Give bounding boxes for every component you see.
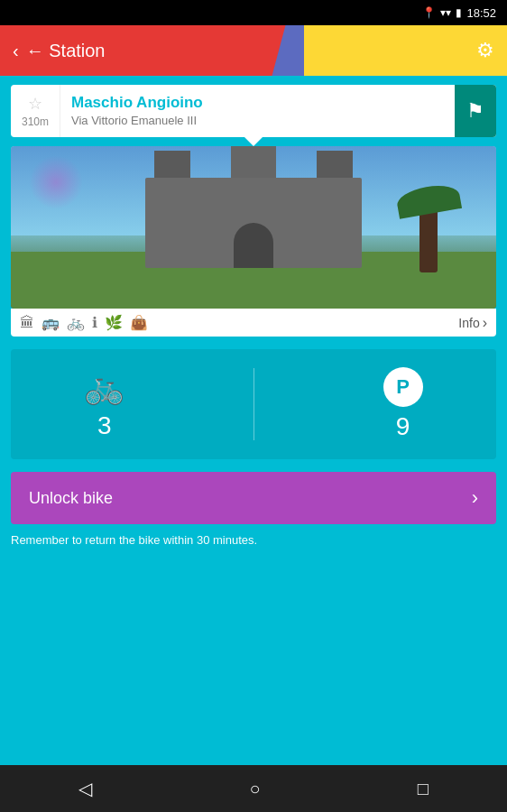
info-chevron-icon: › (483, 315, 487, 331)
bike-count-icon: 🚲 (84, 368, 124, 406)
bike-amenity-icon: 🚲 (67, 314, 85, 331)
status-bar: 📍 ▾▾ ▮ 18:52 (0, 0, 507, 25)
lens-flare (29, 155, 83, 209)
unlock-label: Unlock bike (29, 489, 113, 508)
parking-stat: P 9 (383, 367, 423, 441)
amenity-icons: 🏛 🚌 🚲 ℹ 🌿 👜 (20, 314, 148, 331)
building-icon: 🏛 (20, 315, 34, 331)
location-name: Maschio Angioino (71, 94, 444, 112)
place-image (11, 146, 496, 309)
info-link[interactable]: Info › (458, 315, 487, 331)
star-icon[interactable]: ☆ (28, 94, 42, 114)
location-distance: ☆ 310m (11, 85, 60, 137)
icons-row: 🏛 🚌 🚲 ℹ 🌿 👜 Info › (11, 309, 496, 337)
location-address: Via Vittorio Emanuele III (71, 114, 444, 127)
nav-home-icon[interactable]: ○ (249, 779, 260, 799)
unlock-bike-button[interactable]: Unlock bike › (11, 472, 496, 524)
nav-back-icon[interactable]: ◁ (78, 778, 92, 799)
bike-stats: 🚲 3 P 9 (11, 349, 496, 459)
bus-icon: 🚌 (41, 314, 60, 331)
nav-bar: ◁ ○ □ (0, 765, 507, 812)
navigate-button[interactable]: ⚑ (455, 85, 496, 137)
reminder-text: Remember to return the bike within 30 mi… (11, 533, 496, 547)
status-time: 18:52 (466, 6, 496, 20)
info-circle-icon: ℹ (92, 314, 97, 331)
app-bar: ‹ ← Station ⚙ (0, 25, 507, 76)
palm-tree (419, 200, 438, 272)
parking-count: 9 (396, 412, 410, 441)
nature-icon: 🌿 (105, 314, 123, 331)
parking-letter: P (396, 375, 410, 399)
status-icons: 📍 ▾▾ ▮ 18:52 (422, 6, 496, 20)
nav-recents-icon[interactable]: □ (418, 779, 429, 799)
info-label: Info (458, 316, 479, 330)
location-info: Maschio Angioino Via Vittorio Emanuele I… (60, 85, 455, 137)
distance-text: 310m (22, 115, 49, 128)
location-icon: 📍 (422, 6, 436, 19)
wifi-icon: ▾▾ (440, 6, 451, 19)
location-card: ☆ 310m Maschio Angioino Via Vittorio Ema… (11, 85, 496, 137)
navigate-icon: ⚑ (466, 99, 484, 123)
unlock-chevron-icon: › (472, 486, 478, 510)
bag-icon: 👜 (130, 314, 148, 331)
parking-badge: P (383, 367, 423, 407)
back-arrow-icon[interactable]: ‹ (13, 41, 19, 61)
castle-arch (234, 223, 273, 268)
bikes-count: 3 (97, 411, 112, 440)
app-bar-label[interactable]: ← Station (26, 41, 106, 61)
settings-icon[interactable]: ⚙ (476, 39, 494, 62)
stat-divider (254, 368, 254, 440)
app-bar-title: ‹ ← Station (13, 41, 106, 61)
battery-icon: ▮ (456, 6, 462, 19)
bikes-stat: 🚲 3 (84, 368, 124, 440)
